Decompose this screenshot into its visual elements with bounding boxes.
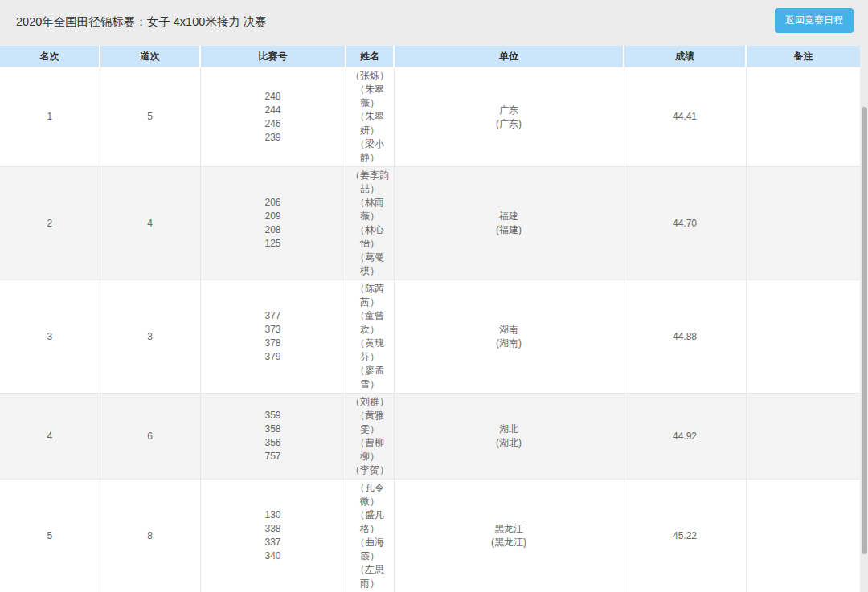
bib-number: 373	[201, 323, 346, 337]
unit-sub: (黑龙江)	[395, 536, 624, 549]
lane-cell: 6	[100, 394, 200, 480]
bib-number: 338	[201, 522, 346, 536]
remark-cell	[746, 167, 860, 280]
rank-cell: 3	[0, 280, 100, 394]
unit-name: 广东	[395, 104, 624, 117]
table-header: 名次 道次 比赛号 姓名 单位 成绩 备注	[0, 46, 860, 67]
unit-cell: 湖北(湖北)	[394, 394, 624, 480]
unit-cell: 广东(广东)	[394, 67, 624, 167]
athlete-name: （葛曼棋）	[346, 251, 394, 278]
bib-cell: 248244246239	[200, 67, 346, 167]
column-header-result: 成绩	[624, 46, 746, 67]
column-header-remark: 备注	[746, 46, 860, 67]
column-header-name: 姓名	[346, 46, 394, 67]
remark-cell	[746, 280, 860, 394]
athlete-name: （林心怡）	[346, 223, 394, 251]
unit-sub: (福建)	[395, 223, 624, 237]
bib-cell: 359358356757	[200, 394, 346, 480]
column-header-unit: 单位	[394, 46, 624, 67]
lane-cell: 5	[100, 67, 200, 167]
bib-number: 379	[201, 350, 346, 364]
bib-number: 125	[201, 237, 346, 251]
table-row: 58130338337340（孔令微）（盛凡格）（曲海霞）（左思雨）黑龙江(黑龙…	[0, 480, 860, 592]
bib-number: 246	[201, 117, 346, 131]
unit-cell: 福建(福建)	[394, 167, 624, 280]
names-cell: （姜李韵喆）（林雨薇）（林心怡）（葛曼棋）	[346, 167, 394, 280]
results-table: 名次 道次 比赛号 姓名 单位 成绩 备注 15248244246239（张烁）…	[0, 46, 860, 592]
bib-number: 244	[201, 104, 346, 117]
column-header-lane: 道次	[100, 46, 200, 67]
lane-cell: 8	[100, 480, 200, 592]
athlete-name: （曹柳柳）	[346, 436, 394, 463]
athlete-name: （童曾欢）	[346, 309, 394, 337]
unit-sub: (湖北)	[395, 436, 624, 450]
topbar: 2020年全国田径锦标赛：女子 4x100米接力 决赛 返回竞赛日程	[0, 0, 868, 46]
bib-cell: 377373378379	[200, 280, 346, 394]
table-row: 46359358356757（刘群）（黄雅雯）（曹柳柳）（李贺）湖北(湖北)44…	[0, 394, 860, 480]
bib-number: 209	[201, 210, 346, 223]
athlete-name: （左思雨）	[346, 563, 394, 590]
bib-number: 337	[201, 536, 346, 549]
athlete-name: （李贺）	[346, 463, 394, 477]
vertical-scrollbar[interactable]	[861, 46, 868, 572]
remark-cell	[746, 480, 860, 592]
page-title: 2020年全国田径锦标赛：女子 4x100米接力 决赛	[16, 14, 267, 30]
names-cell: （陈茜茜）（童曾欢）（黄瑰芬）（廖孟雪）	[346, 280, 394, 394]
bib-number: 378	[201, 337, 346, 350]
remark-cell	[746, 394, 860, 480]
athlete-name: （刘群）	[346, 395, 394, 409]
result-cell: 45.22	[624, 480, 746, 592]
bib-number: 248	[201, 90, 346, 104]
result-cell: 44.70	[624, 167, 746, 280]
names-cell: （刘群）（黄雅雯）（曹柳柳）（李贺）	[346, 394, 394, 480]
names-cell: （孔令微）（盛凡格）（曲海霞）（左思雨）	[346, 480, 394, 592]
bib-number: 208	[201, 223, 346, 237]
bib-cell: 206209208125	[200, 167, 346, 280]
lane-cell: 3	[100, 280, 200, 394]
remark-cell	[746, 67, 860, 167]
result-cell: 44.92	[624, 394, 746, 480]
athlete-name: （姜李韵喆）	[346, 169, 394, 196]
lane-cell: 4	[100, 167, 200, 280]
athlete-name: （曲海霞）	[346, 536, 394, 563]
bib-number: 358	[201, 423, 346, 436]
unit-name: 福建	[395, 210, 624, 223]
athlete-name: （孔令微）	[346, 481, 394, 508]
scrollbar-thumb[interactable]	[862, 107, 867, 554]
unit-cell: 湖南(湖南)	[394, 280, 624, 394]
athlete-name: （梁小静）	[346, 137, 394, 165]
result-cell: 44.88	[624, 280, 746, 394]
names-cell: （张烁）（朱翠薇）（朱翠妍）（梁小静）	[346, 67, 394, 167]
column-header-bib: 比赛号	[200, 46, 346, 67]
athlete-name: （黄瑰芬）	[346, 337, 394, 364]
result-cell: 44.41	[624, 67, 746, 167]
athlete-name: （陈茜茜）	[346, 282, 394, 309]
unit-sub: (广东)	[395, 117, 624, 131]
athlete-name: （朱翠妍）	[346, 110, 394, 137]
athlete-name: （盛凡格）	[346, 508, 394, 536]
back-to-schedule-button[interactable]: 返回竞赛日程	[775, 8, 854, 33]
unit-name: 黑龙江	[395, 522, 624, 536]
bib-number: 359	[201, 409, 346, 423]
bib-number: 206	[201, 196, 346, 210]
rank-cell: 2	[0, 167, 100, 280]
athlete-name: （朱翠薇）	[346, 83, 394, 110]
bib-number: 356	[201, 436, 346, 450]
athlete-name: （林雨薇）	[346, 196, 394, 223]
bib-number: 757	[201, 450, 346, 463]
unit-cell: 黑龙江(黑龙江)	[394, 480, 624, 592]
table-row: 24206209208125（姜李韵喆）（林雨薇）（林心怡）（葛曼棋）福建(福建…	[0, 167, 860, 280]
athlete-name: （廖孟雪）	[346, 364, 394, 391]
athlete-name: （黄雅雯）	[346, 409, 394, 436]
rank-cell: 4	[0, 394, 100, 480]
athlete-name: （张烁）	[346, 69, 394, 83]
bib-cell: 130338337340	[200, 480, 346, 592]
bib-number: 239	[201, 131, 346, 145]
rank-cell: 5	[0, 480, 100, 592]
unit-name: 湖南	[395, 323, 624, 337]
bib-number: 377	[201, 309, 346, 323]
bib-number: 340	[201, 549, 346, 563]
rank-cell: 1	[0, 67, 100, 167]
table-row: 15248244246239（张烁）（朱翠薇）（朱翠妍）（梁小静）广东(广东)4…	[0, 67, 860, 167]
unit-name: 湖北	[395, 423, 624, 436]
